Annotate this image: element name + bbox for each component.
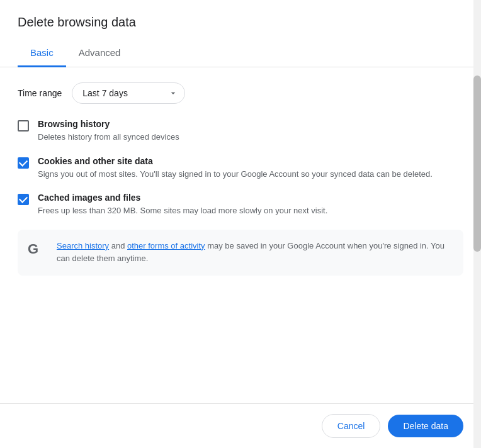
cache-text: Cached images and files Frees up less th… [38,193,463,217]
cookies-checkbox[interactable] [18,157,29,169]
search-history-link[interactable]: Search history [57,241,109,250]
other-activity-link[interactable]: other forms of activity [127,241,205,250]
google-g-icon: G [28,241,48,261]
cookies-title: Cookies and other site data [38,156,463,166]
cookies-desc: Signs you out of most sites. You'll stay… [38,168,463,181]
browsing-history-title: Browsing history [38,119,463,129]
tab-advanced[interactable]: Advanced [66,40,133,67]
dialog-footer: Cancel Delete data [0,403,481,448]
browsing-history-checkbox[interactable] [18,120,29,132]
content-area: Time range Last hour Last 24 hours Last … [0,67,481,403]
cancel-button[interactable]: Cancel [322,414,381,438]
dialog-title: Delete browsing data [0,0,481,40]
cookies-text: Cookies and other site data Signs you ou… [38,156,463,181]
cache-desc: Frees up less than 320 MB. Some sites ma… [38,204,463,217]
cookies-item: Cookies and other site data Signs you ou… [18,156,463,181]
scrollbar-thumb[interactable] [473,76,481,252]
browsing-history-item: Browsing history Deletes history from al… [18,119,463,143]
info-banner: G Search history and other forms of acti… [18,230,463,276]
time-range-select[interactable]: Last hour Last 24 hours Last 7 days Last… [72,82,185,104]
tab-basic[interactable]: Basic [18,40,66,67]
info-banner-text: Search history and other forms of activi… [57,240,453,266]
cache-checkbox[interactable] [18,194,29,205]
cookies-checkbox-wrapper [18,157,29,169]
cache-item: Cached images and files Frees up less th… [18,193,463,217]
delete-data-button[interactable]: Delete data [388,415,463,437]
delete-browsing-data-dialog: Delete browsing data Basic Advanced Time… [0,0,481,448]
time-range-label: Time range [18,88,62,98]
cache-title: Cached images and files [38,193,463,203]
scrollbar-track [473,0,481,448]
browsing-history-desc: Deletes history from all synced devices [38,131,463,143]
browsing-history-text: Browsing history Deletes history from al… [38,119,463,143]
time-range-row: Time range Last hour Last 24 hours Last … [18,82,463,104]
browsing-history-checkbox-wrapper [18,120,29,132]
cache-checkbox-wrapper [18,194,29,205]
tabs-container: Basic Advanced [0,40,481,67]
